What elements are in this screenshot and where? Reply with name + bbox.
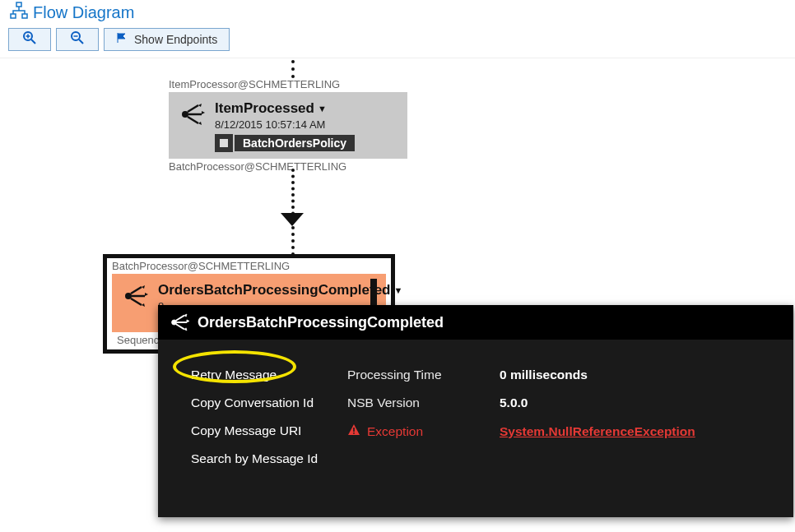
page-title: Flow Diagram	[33, 3, 134, 22]
chevron-down-icon[interactable]: ▼	[393, 285, 402, 295]
source-endpoint-label: ItemProcessor@SCHMETTERLING	[169, 78, 407, 90]
flow-diagram-icon	[10, 2, 28, 23]
processing-time-label: Processing Time	[347, 368, 500, 382]
connector-line	[291, 226, 295, 256]
search-by-message-id-menu-item[interactable]: Search by Message Id	[191, 445, 347, 473]
svg-rect-13	[353, 428, 355, 432]
message-detail-popup: OrdersBatchProcessingCompleted Retry Mes…	[158, 305, 793, 517]
publish-icon	[168, 312, 189, 333]
warning-icon	[347, 423, 360, 440]
publish-icon	[177, 100, 205, 128]
destination-endpoint-label: BatchProcessor@SCHMETTERLING	[169, 160, 407, 173]
zoom-in-button[interactable]	[8, 28, 51, 51]
svg-point-11	[125, 293, 132, 299]
source-endpoint-label: BatchProcessor@SCHMETTERLING	[112, 260, 386, 272]
node-title: ItemProcessed	[215, 100, 314, 117]
copy-message-uri-menu-item[interactable]: Copy Message URI	[191, 417, 347, 445]
node-timestamp: 8/12/2015 10:57:14 AM	[215, 118, 399, 131]
svg-rect-0	[16, 2, 21, 7]
nsb-version-value: 5.0.0	[500, 396, 528, 410]
zoom-out-icon	[70, 30, 85, 49]
chevron-down-icon[interactable]: ▼	[318, 104, 327, 113]
exception-link[interactable]: System.NullReferenceException	[500, 424, 695, 439]
svg-point-12	[172, 320, 177, 325]
connector-line	[291, 60, 295, 78]
svg-line-4	[31, 39, 35, 44]
show-endpoints-label: Show Endpoints	[134, 33, 217, 46]
copy-conversation-id-menu-item[interactable]: Copy Conversation Id	[191, 389, 347, 417]
message-node-item-processed[interactable]: ItemProcessed ▼ 8/12/2015 10:57:14 AM Ba…	[169, 92, 407, 159]
show-endpoints-button[interactable]: Show Endpoints	[104, 28, 230, 51]
svg-rect-14	[353, 433, 355, 434]
saga-stop-icon	[215, 134, 233, 152]
retry-message-menu-item[interactable]: Retry Message	[191, 361, 347, 389]
node-title: OrdersBatchProcessingCompleted	[158, 282, 390, 298]
publish-icon	[120, 282, 148, 310]
nsb-version-label: NSB Version	[347, 396, 500, 410]
endpoint-flag-icon	[116, 32, 128, 47]
svg-point-10	[182, 111, 188, 118]
svg-rect-2	[22, 14, 27, 18]
zoom-out-button[interactable]	[56, 28, 99, 51]
saga-tag[interactable]: BatchOrdersPolicy	[235, 135, 355, 151]
exception-label: Exception	[367, 424, 423, 439]
svg-rect-1	[11, 14, 16, 18]
popup-title: OrdersBatchProcessingCompleted	[198, 314, 444, 331]
svg-line-8	[79, 39, 83, 44]
arrow-head-icon	[281, 213, 304, 226]
zoom-in-icon	[22, 30, 37, 49]
processing-time-value: 0 milliseconds	[500, 368, 588, 382]
